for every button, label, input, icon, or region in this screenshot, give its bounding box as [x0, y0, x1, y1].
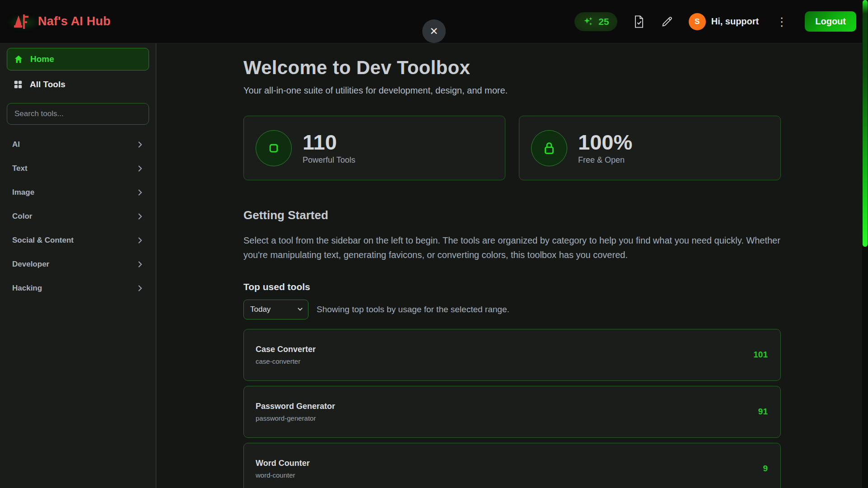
- pencil-button[interactable]: [661, 15, 673, 28]
- navbar-actions: 25 S Hi, support ⋮ Logout: [574, 11, 856, 32]
- range-select-input[interactable]: Today: [243, 300, 308, 319]
- tool-usage-count: 9: [763, 464, 768, 474]
- page-subtitle: Your all-in-one suite of utilities for d…: [243, 85, 781, 96]
- stat-card-free: 100% Free & Open: [519, 116, 781, 180]
- chevron-right-icon: [136, 165, 144, 172]
- grid-icon: [13, 80, 23, 89]
- tool-usage-count: 101: [753, 350, 768, 360]
- logout-button[interactable]: Logout: [805, 11, 856, 32]
- tool-usage-row[interactable]: Password Generator password-generator 91: [243, 386, 781, 438]
- logo-icon: [12, 12, 32, 32]
- tool-name: Password Generator: [256, 402, 335, 411]
- category-label: Image: [12, 188, 34, 197]
- range-row: Today Showing top tools by usage for the…: [243, 300, 781, 319]
- scrollbar-track[interactable]: [862, 0, 868, 488]
- user-menu[interactable]: S Hi, support: [689, 13, 759, 30]
- chevron-right-icon: [136, 261, 144, 268]
- sidebar-category-hacking[interactable]: Hacking: [7, 278, 149, 298]
- tool-slug: case-converter: [256, 357, 316, 365]
- scrollbar-thumb[interactable]: [863, 0, 868, 247]
- chevron-right-icon: [136, 285, 144, 292]
- stat-label: Free & Open: [578, 155, 632, 165]
- sidebar-category-ai[interactable]: AI: [7, 135, 149, 155]
- page-title: Welcome to Dev Toolbox: [243, 57, 781, 79]
- chevron-right-icon: [136, 189, 144, 196]
- document-check-button[interactable]: [633, 15, 645, 28]
- range-select: Today: [243, 300, 308, 319]
- stat-bubble: [531, 130, 567, 166]
- sidebar-category-social-content[interactable]: Social & Content: [7, 230, 149, 250]
- category-label: AI: [12, 140, 20, 149]
- sidebar-category-text[interactable]: Text: [7, 159, 149, 178]
- lock-icon: [541, 141, 557, 156]
- tool-name: Word Counter: [256, 459, 310, 468]
- content-row: Home All Tools AI Text: [0, 43, 868, 488]
- overflow-menu-icon[interactable]: ⋮: [774, 16, 789, 28]
- credits-badge[interactable]: 25: [574, 12, 617, 31]
- home-icon: [14, 54, 23, 64]
- category-label: Developer: [12, 260, 49, 269]
- sidebar-item-label: All Tools: [30, 80, 65, 89]
- sidebar-category-color[interactable]: Color: [7, 206, 149, 226]
- sidebar: Home All Tools AI Text: [0, 43, 156, 488]
- chevron-right-icon: [136, 141, 144, 148]
- greeting-text: Hi, support: [711, 16, 759, 27]
- credits-count: 25: [598, 16, 609, 27]
- chevron-right-icon: [136, 213, 144, 220]
- sidebar-item-home[interactable]: Home: [7, 48, 149, 70]
- stats-row: 110 Powerful Tools 100%: [243, 116, 781, 180]
- sidebar-item-all-tools[interactable]: All Tools: [7, 73, 149, 96]
- stat-card-tools: 110 Powerful Tools: [243, 116, 505, 180]
- search-input[interactable]: [7, 103, 149, 125]
- app-title: Naf's AI Hub: [38, 14, 111, 28]
- square-tool-icon: [266, 141, 281, 156]
- close-button[interactable]: ✕: [422, 19, 446, 43]
- top-tools-title: Top used tools: [243, 282, 781, 292]
- stat-value: 110: [303, 131, 355, 153]
- tool-usage-row[interactable]: Word Counter word-counter 9: [243, 443, 781, 488]
- sidebar-category-image[interactable]: Image: [7, 183, 149, 202]
- stat-label: Powerful Tools: [303, 155, 355, 165]
- category-label: Text: [12, 164, 28, 173]
- top-tools-list: Case Converter case-converter 101 Passwo…: [243, 329, 781, 488]
- sidebar-item-label: Home: [30, 54, 54, 64]
- search-wrap: [7, 103, 149, 125]
- avatar: S: [689, 13, 706, 30]
- sidebar-category-developer[interactable]: Developer: [7, 254, 149, 274]
- tool-usage-row[interactable]: Case Converter case-converter 101: [243, 329, 781, 381]
- range-caption: Showing top tools by usage for the selec…: [317, 305, 509, 314]
- category-label: Hacking: [12, 284, 42, 293]
- close-icon: ✕: [429, 25, 438, 38]
- sparkles-icon: [583, 16, 594, 28]
- stat-value: 100%: [578, 131, 632, 153]
- getting-started-body: Select a tool from the sidebar on the le…: [243, 233, 781, 263]
- brand[interactable]: Naf's AI Hub: [12, 12, 111, 32]
- stat-bubble: [256, 130, 292, 166]
- main-content: Welcome to Dev Toolbox Your all-in-one s…: [156, 43, 868, 488]
- tool-usage-count: 91: [758, 407, 768, 417]
- getting-started-title: Getting Started: [243, 208, 781, 222]
- chevron-right-icon: [136, 237, 144, 244]
- tool-slug: word-counter: [256, 471, 310, 479]
- tool-name: Case Converter: [256, 345, 316, 354]
- category-label: Social & Content: [12, 236, 74, 245]
- category-label: Color: [12, 212, 32, 221]
- tool-slug: password-generator: [256, 414, 335, 422]
